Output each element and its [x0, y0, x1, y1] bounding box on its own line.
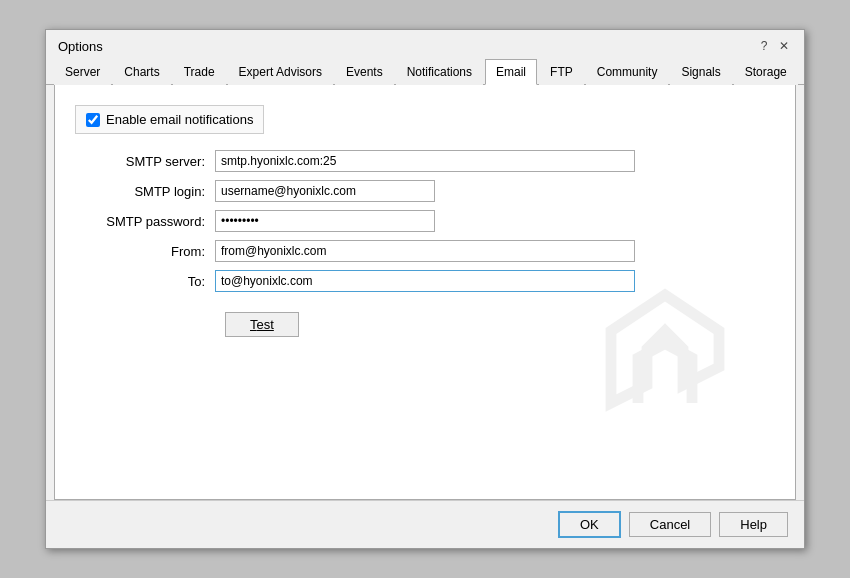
tab-notifications[interactable]: Notifications	[396, 59, 483, 85]
dialog-body: Enable email notifications SMTP server: …	[54, 85, 796, 500]
dialog-title: Options	[58, 39, 103, 54]
ok-button[interactable]: OK	[558, 511, 621, 538]
smtp-login-input[interactable]	[215, 180, 435, 202]
smtp-server-label: SMTP server:	[95, 154, 215, 169]
help-button[interactable]: ?	[756, 38, 772, 54]
close-button[interactable]: ✕	[776, 38, 792, 54]
enable-email-checkbox-label[interactable]: Enable email notifications	[75, 105, 264, 134]
tabs-bar: Server Charts Trade Expert Advisors Even…	[46, 58, 804, 85]
cancel-button[interactable]: Cancel	[629, 512, 711, 537]
smtp-server-input[interactable]	[215, 150, 635, 172]
watermark-logo	[575, 259, 755, 439]
smtp-server-row: SMTP server:	[95, 150, 775, 172]
tab-community[interactable]: Community	[586, 59, 669, 85]
title-bar-controls: ? ✕	[756, 38, 792, 54]
smtp-password-row: SMTP password:	[95, 210, 775, 232]
to-input[interactable]	[215, 270, 635, 292]
tab-trade[interactable]: Trade	[173, 59, 226, 85]
smtp-login-label: SMTP login:	[95, 184, 215, 199]
test-button[interactable]: Test	[225, 312, 299, 337]
enable-email-label: Enable email notifications	[106, 112, 253, 127]
tab-signals[interactable]: Signals	[670, 59, 731, 85]
smtp-password-label: SMTP password:	[95, 214, 215, 229]
tab-server[interactable]: Server	[54, 59, 111, 85]
test-label-rest: est	[257, 317, 274, 332]
enable-email-checkbox[interactable]	[86, 113, 100, 127]
title-bar-left: Options	[58, 39, 103, 54]
tab-charts[interactable]: Charts	[113, 59, 170, 85]
title-bar: Options ? ✕	[46, 30, 804, 58]
help-footer-button[interactable]: Help	[719, 512, 788, 537]
from-input[interactable]	[215, 240, 635, 262]
tab-ftp[interactable]: FTP	[539, 59, 584, 85]
to-label: To:	[95, 274, 215, 289]
tab-email[interactable]: Email	[485, 59, 537, 85]
smtp-password-input[interactable]	[215, 210, 435, 232]
from-label: From:	[95, 244, 215, 259]
tab-expert-advisors[interactable]: Expert Advisors	[228, 59, 333, 85]
smtp-login-row: SMTP login:	[95, 180, 775, 202]
tab-events[interactable]: Events	[335, 59, 394, 85]
tab-storage[interactable]: Storage	[734, 59, 798, 85]
enable-row: Enable email notifications	[75, 105, 775, 134]
dialog-footer: OK Cancel Help	[46, 500, 804, 548]
options-dialog: Options ? ✕ Server Charts Trade Expert A…	[45, 29, 805, 549]
